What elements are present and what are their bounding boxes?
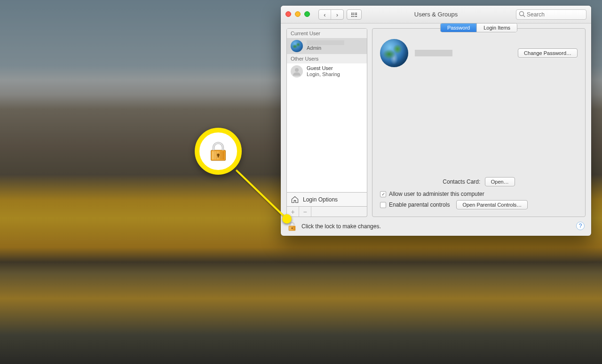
current-user-header: Current User — [287, 29, 367, 38]
open-contacts-button[interactable]: Open… — [485, 177, 515, 186]
search-icon — [519, 11, 525, 17]
user-list: Current User Admin Other Users — [286, 28, 367, 193]
lock-bar: Click the lock to make changes. ? — [281, 217, 591, 236]
open-parental-controls-button[interactable]: Open Parental Controls… — [456, 200, 528, 209]
lock-hint-text: Click the lock to make changes. — [301, 223, 381, 230]
search-input[interactable] — [516, 9, 586, 20]
help-button[interactable]: ? — [576, 222, 585, 230]
search-field-wrap — [516, 9, 586, 20]
parental-checkbox-row: Enable parental controls Open Parental C… — [380, 199, 578, 211]
admin-checkbox-label: Allow user to administer this computer — [389, 191, 484, 197]
admin-checkbox[interactable] — [380, 191, 386, 197]
guest-user-sub: Login, Sharing — [307, 71, 340, 77]
login-options-label: Login Options — [303, 196, 338, 203]
guest-user-row[interactable]: Guest User Login, Sharing — [287, 63, 367, 79]
contacts-card-label: Contacts Card: — [443, 178, 480, 185]
add-remove-bar: + − — [286, 207, 367, 217]
admin-checkbox-row: Allow user to administer this computer — [380, 189, 578, 199]
full-name-redacted — [415, 50, 452, 56]
contacts-card-row: Contacts Card: Open… — [380, 174, 578, 189]
detail-panel: Password Login Items Change Password… Co… — [372, 28, 586, 217]
home-icon — [291, 195, 299, 204]
current-user-name-redacted — [307, 40, 344, 45]
lock-icon — [208, 141, 229, 162]
user-sidebar: Current User Admin Other Users — [286, 28, 367, 217]
parental-checkbox-label: Enable parental controls — [389, 201, 450, 208]
tab-login-items[interactable]: Login Items — [476, 23, 517, 32]
current-user-row[interactable]: Admin — [287, 38, 367, 54]
other-users-header: Other Users — [287, 54, 367, 63]
login-options-row[interactable]: Login Options — [286, 193, 367, 207]
callout-highlight-ring — [195, 128, 242, 175]
profile-row: Change Password… — [380, 39, 578, 67]
window-body: Current User Admin Other Users — [281, 23, 591, 236]
change-password-button[interactable]: Change Password… — [518, 48, 578, 58]
parental-checkbox[interactable] — [380, 202, 386, 208]
detail-tabs: Password Login Items — [440, 23, 517, 32]
globe-avatar-icon — [291, 40, 303, 52]
guest-user-name: Guest User — [307, 65, 340, 71]
silhouette-avatar-icon — [291, 65, 303, 77]
user-picture[interactable] — [380, 39, 408, 67]
current-user-role: Admin — [307, 45, 344, 51]
remove-user-button[interactable]: − — [299, 207, 311, 217]
tab-password[interactable]: Password — [441, 23, 476, 32]
users-and-groups-window: ‹ › Users & Groups Current User — [281, 6, 591, 236]
titlebar: ‹ › Users & Groups — [281, 6, 591, 23]
callout-endpoint-dot — [282, 214, 292, 224]
